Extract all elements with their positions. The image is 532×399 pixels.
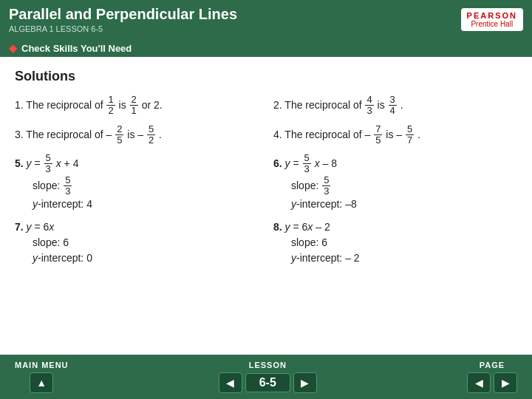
sol6-intercept: y-intercept: –8 <box>273 197 517 212</box>
main-menu-label: MAIN MENU <box>15 361 69 369</box>
sol6-eq-frac: 5 3 <box>303 153 311 175</box>
main-menu-section: MAIN MENU ▲ <box>15 361 69 393</box>
solution-5: 5. y = 5 3 x + 4 slope: 5 3 y-intercept:… <box>15 153 259 212</box>
main-menu-button[interactable]: ▲ <box>30 372 53 393</box>
main-content: Solutions 1. The reciprocal of 1 2 is 2 … <box>0 57 532 278</box>
sol5-equation: 5. y = 5 3 x + 4 <box>15 153 259 175</box>
sol5-eq-frac: 5 3 <box>44 153 52 175</box>
footer-center: LESSON ◀ 6-5 ▶ <box>219 361 317 393</box>
sol5-intercept: y-intercept: 4 <box>15 197 259 212</box>
pearson-logo: PEARSON Prentice Hall <box>461 8 523 31</box>
footer: MAIN MENU ▲ LESSON ◀ 6-5 ▶ PAGE ◀ ▶ <box>0 355 532 399</box>
sol3-frac2: 5 2 <box>147 124 155 146</box>
sol5-slope: slope: 5 3 <box>15 175 259 197</box>
sol1-frac1: 1 2 <box>106 95 115 117</box>
page-prev-button[interactable]: ◀ <box>467 372 491 393</box>
sol8-equation: 8. y = 6x – 2 <box>273 219 517 235</box>
sol6-slope-frac: 5 3 <box>322 175 330 197</box>
sol5-slope-frac: 5 3 <box>64 175 72 197</box>
sol2-frac2: 3 4 <box>389 95 397 117</box>
sol4-frac2: 5 7 <box>406 124 414 146</box>
sol8-slope: slope: 6 <box>273 235 517 250</box>
header-text: Parallel and Perpendicular Lines ALGEBRA… <box>9 6 237 33</box>
sol7-slope: slope: 6 <box>15 235 259 250</box>
pearson-bottom: Prentice Hall <box>471 20 513 28</box>
skills-banner: ◆ Check Skills You'll Need <box>0 39 532 57</box>
sol3-frac1: 2 5 <box>115 124 123 146</box>
page-footer-label: PAGE <box>480 361 505 369</box>
sol8-intercept: y-intercept: – 2 <box>273 250 517 266</box>
sol1-frac2: 2 1 <box>130 95 138 117</box>
solutions-title: Solutions <box>15 69 517 84</box>
sol6-equation: 6. y = 5 3 x – 8 <box>273 153 517 175</box>
solution-4: 4. The reciprocal of – 7 5 is – 5 7 . <box>273 124 517 146</box>
gem-icon: ◆ <box>9 42 17 54</box>
lesson-next-button[interactable]: ▶ <box>293 372 317 393</box>
sol7-intercept: y-intercept: 0 <box>15 250 259 266</box>
solution-7: 7. y = 6x slope: 6 y-intercept: 0 <box>15 219 259 266</box>
header: Parallel and Perpendicular Lines ALGEBRA… <box>0 0 532 39</box>
skills-label: Check Skills You'll Need <box>21 43 132 54</box>
page-title: Parallel and Perpendicular Lines <box>9 6 237 23</box>
solution-8: 8. y = 6x – 2 slope: 6 y-intercept: – 2 <box>273 219 517 266</box>
solution-3: 3. The reciprocal of – 2 5 is – 5 2 . <box>15 124 259 146</box>
page-next-button[interactable]: ▶ <box>494 372 517 393</box>
solution-1: 1. The reciprocal of 1 2 is 2 1 or 2. <box>15 95 259 117</box>
sol2-frac1: 4 3 <box>365 95 373 117</box>
lesson-footer-label: LESSON <box>249 361 287 369</box>
sol4-number: 4. <box>273 128 282 140</box>
pearson-top: PEARSON <box>467 11 517 20</box>
sol3-number: 3. <box>15 128 24 140</box>
solution-6: 6. y = 5 3 x – 8 slope: 5 3 y-intercept:… <box>273 153 517 212</box>
lesson-number-badge: 6-5 <box>245 373 290 392</box>
page-section: PAGE ◀ ▶ <box>467 361 517 393</box>
sol1-number: 1. <box>15 99 24 111</box>
solutions-grid: 1. The reciprocal of 1 2 is 2 1 or 2. 2.… <box>15 95 517 266</box>
sol2-number: 2. <box>273 99 282 111</box>
sol7-equation: 7. y = 6x <box>15 219 259 235</box>
sol6-slope: slope: 5 3 <box>273 175 517 197</box>
lesson-subtitle: ALGEBRA 1 LESSON 6-5 <box>9 24 237 33</box>
solution-2: 2. The reciprocal of 4 3 is 3 4 . <box>273 95 517 117</box>
lesson-prev-button[interactable]: ◀ <box>219 372 242 393</box>
sol4-frac1: 7 5 <box>374 124 382 146</box>
